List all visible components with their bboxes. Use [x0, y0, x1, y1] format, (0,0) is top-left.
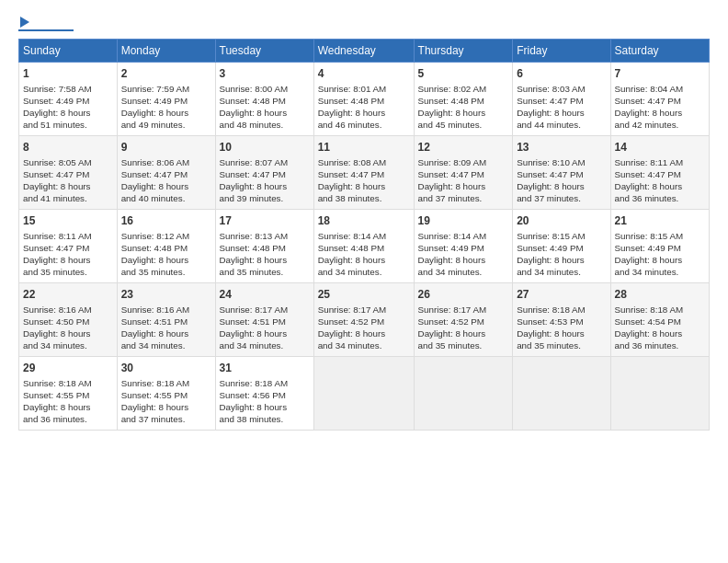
- day-info: Sunrise: 8:00 AMSunset: 4:48 PMDaylight:…: [220, 83, 310, 132]
- day-number: 7: [615, 66, 705, 82]
- calendar-header-thursday: Thursday: [414, 40, 513, 63]
- day-number: 25: [318, 287, 410, 303]
- calendar-cell-8: 8Sunrise: 8:05 AMSunset: 4:47 PMDaylight…: [19, 136, 118, 210]
- calendar-header-row: SundayMondayTuesdayWednesdayThursdayFrid…: [19, 40, 710, 63]
- day-number: 4: [318, 66, 410, 82]
- calendar-empty-cell: [610, 357, 709, 431]
- day-number: 8: [23, 140, 113, 155]
- day-number: 14: [615, 140, 705, 155]
- day-info: Sunrise: 8:18 AMSunset: 4:54 PMDaylight:…: [615, 304, 705, 352]
- calendar-cell-16: 16Sunrise: 8:12 AMSunset: 4:48 PMDayligh…: [117, 210, 215, 283]
- day-info: Sunrise: 8:03 AMSunset: 4:47 PMDaylight:…: [517, 83, 606, 132]
- calendar-header-sunday: Sunday: [19, 40, 118, 63]
- day-number: 19: [418, 213, 509, 229]
- calendar-cell-10: 10Sunrise: 8:07 AMSunset: 4:47 PMDayligh…: [215, 136, 313, 210]
- day-info: Sunrise: 8:07 AMSunset: 4:47 PMDaylight:…: [220, 156, 310, 205]
- calendar-row-5: 29Sunrise: 8:18 AMSunset: 4:55 PMDayligh…: [19, 357, 710, 431]
- calendar-cell-7: 7Sunrise: 8:04 AMSunset: 4:47 PMDaylight…: [610, 63, 709, 136]
- day-info: Sunrise: 8:09 AMSunset: 4:47 PMDaylight:…: [418, 156, 509, 205]
- calendar-cell-13: 13Sunrise: 8:10 AMSunset: 4:47 PMDayligh…: [513, 136, 610, 210]
- calendar-cell-6: 6Sunrise: 8:03 AMSunset: 4:47 PMDaylight…: [513, 63, 610, 136]
- calendar-empty-cell: [414, 357, 513, 431]
- day-info: Sunrise: 8:15 AMSunset: 4:49 PMDaylight:…: [615, 230, 705, 279]
- day-info: Sunrise: 8:14 AMSunset: 4:48 PMDaylight:…: [318, 230, 410, 279]
- day-number: 26: [418, 287, 509, 303]
- day-number: 2: [121, 66, 211, 82]
- day-number: 3: [220, 66, 310, 82]
- day-info: Sunrise: 8:11 AMSunset: 4:47 PMDaylight:…: [23, 230, 113, 279]
- day-number: 12: [418, 140, 509, 155]
- day-info: Sunrise: 8:02 AMSunset: 4:48 PMDaylight:…: [418, 83, 509, 132]
- calendar-cell-1: 1Sunrise: 7:58 AMSunset: 4:49 PMDaylight…: [19, 63, 118, 136]
- calendar-cell-21: 21Sunrise: 8:15 AMSunset: 4:49 PMDayligh…: [610, 210, 709, 283]
- day-info: Sunrise: 8:18 AMSunset: 4:55 PMDaylight:…: [23, 377, 113, 426]
- day-info: Sunrise: 8:18 AMSunset: 4:55 PMDaylight:…: [121, 377, 211, 426]
- calendar-cell-12: 12Sunrise: 8:09 AMSunset: 4:47 PMDayligh…: [414, 136, 513, 210]
- day-number: 20: [517, 213, 606, 229]
- calendar-cell-14: 14Sunrise: 8:11 AMSunset: 4:47 PMDayligh…: [610, 136, 709, 210]
- day-info: Sunrise: 7:59 AMSunset: 4:49 PMDaylight:…: [121, 83, 211, 132]
- day-info: Sunrise: 8:01 AMSunset: 4:48 PMDaylight:…: [318, 83, 410, 132]
- calendar-cell-30: 30Sunrise: 8:18 AMSunset: 4:55 PMDayligh…: [117, 357, 215, 431]
- day-info: Sunrise: 7:58 AMSunset: 4:49 PMDaylight:…: [23, 83, 113, 132]
- calendar-cell-9: 9Sunrise: 8:06 AMSunset: 4:47 PMDaylight…: [117, 136, 215, 210]
- page: SundayMondayTuesdayWednesdayThursdayFrid…: [0, 0, 728, 563]
- day-number: 13: [517, 140, 606, 155]
- day-info: Sunrise: 8:05 AMSunset: 4:47 PMDaylight:…: [23, 156, 113, 205]
- header: [18, 15, 710, 31]
- calendar-cell-28: 28Sunrise: 8:18 AMSunset: 4:54 PMDayligh…: [610, 283, 709, 357]
- day-number: 11: [318, 140, 410, 155]
- calendar-cell-15: 15Sunrise: 8:11 AMSunset: 4:47 PMDayligh…: [19, 210, 118, 283]
- calendar-cell-31: 31Sunrise: 8:18 AMSunset: 4:56 PMDayligh…: [215, 357, 313, 431]
- calendar-cell-22: 22Sunrise: 8:16 AMSunset: 4:50 PMDayligh…: [19, 283, 118, 357]
- calendar-header-friday: Friday: [513, 40, 610, 63]
- day-info: Sunrise: 8:11 AMSunset: 4:47 PMDaylight:…: [615, 156, 705, 205]
- logo-underline: [18, 29, 74, 31]
- calendar-cell-2: 2Sunrise: 7:59 AMSunset: 4:49 PMDaylight…: [117, 63, 215, 136]
- day-number: 15: [23, 213, 113, 229]
- day-number: 16: [121, 213, 211, 229]
- day-info: Sunrise: 8:04 AMSunset: 4:47 PMDaylight:…: [615, 83, 705, 132]
- day-info: Sunrise: 8:17 AMSunset: 4:51 PMDaylight:…: [220, 304, 310, 352]
- calendar-cell-3: 3Sunrise: 8:00 AMSunset: 4:48 PMDaylight…: [215, 63, 313, 136]
- calendar-empty-cell: [313, 357, 414, 431]
- day-number: 31: [220, 361, 310, 376]
- day-number: 22: [23, 287, 113, 303]
- calendar-cell-24: 24Sunrise: 8:17 AMSunset: 4:51 PMDayligh…: [215, 283, 313, 357]
- calendar-cell-23: 23Sunrise: 8:16 AMSunset: 4:51 PMDayligh…: [117, 283, 215, 357]
- day-number: 24: [220, 287, 310, 303]
- calendar-cell-27: 27Sunrise: 8:18 AMSunset: 4:53 PMDayligh…: [513, 283, 610, 357]
- calendar-cell-25: 25Sunrise: 8:17 AMSunset: 4:52 PMDayligh…: [313, 283, 414, 357]
- day-number: 23: [121, 287, 211, 303]
- logo: [18, 15, 74, 31]
- day-info: Sunrise: 8:16 AMSunset: 4:51 PMDaylight:…: [121, 304, 211, 352]
- day-number: 5: [418, 66, 509, 82]
- calendar-empty-cell: [513, 357, 610, 431]
- day-info: Sunrise: 8:16 AMSunset: 4:50 PMDaylight:…: [23, 304, 113, 352]
- calendar-row-1: 1Sunrise: 7:58 AMSunset: 4:49 PMDaylight…: [19, 63, 710, 136]
- calendar-cell-18: 18Sunrise: 8:14 AMSunset: 4:48 PMDayligh…: [313, 210, 414, 283]
- day-number: 6: [517, 66, 606, 82]
- calendar-cell-29: 29Sunrise: 8:18 AMSunset: 4:55 PMDayligh…: [19, 357, 118, 431]
- calendar-cell-4: 4Sunrise: 8:01 AMSunset: 4:48 PMDaylight…: [313, 63, 414, 136]
- day-info: Sunrise: 8:10 AMSunset: 4:47 PMDaylight:…: [517, 156, 606, 205]
- calendar-header-tuesday: Tuesday: [215, 40, 313, 63]
- calendar-cell-20: 20Sunrise: 8:15 AMSunset: 4:49 PMDayligh…: [513, 210, 610, 283]
- calendar-row-3: 15Sunrise: 8:11 AMSunset: 4:47 PMDayligh…: [19, 210, 710, 283]
- calendar-cell-26: 26Sunrise: 8:17 AMSunset: 4:52 PMDayligh…: [414, 283, 513, 357]
- day-info: Sunrise: 8:18 AMSunset: 4:53 PMDaylight:…: [517, 304, 606, 352]
- day-number: 30: [121, 361, 211, 376]
- day-number: 29: [23, 361, 113, 376]
- calendar-row-2: 8Sunrise: 8:05 AMSunset: 4:47 PMDaylight…: [19, 136, 710, 210]
- calendar-row-4: 22Sunrise: 8:16 AMSunset: 4:50 PMDayligh…: [19, 283, 710, 357]
- day-number: 18: [318, 213, 410, 229]
- day-number: 9: [121, 140, 211, 155]
- day-number: 10: [220, 140, 310, 155]
- day-info: Sunrise: 8:14 AMSunset: 4:49 PMDaylight:…: [418, 230, 509, 279]
- day-info: Sunrise: 8:15 AMSunset: 4:49 PMDaylight:…: [517, 230, 606, 279]
- calendar-header-saturday: Saturday: [610, 40, 709, 63]
- calendar-header-monday: Monday: [117, 40, 215, 63]
- calendar-cell-5: 5Sunrise: 8:02 AMSunset: 4:48 PMDaylight…: [414, 63, 513, 136]
- day-info: Sunrise: 8:17 AMSunset: 4:52 PMDaylight:…: [418, 304, 509, 352]
- day-info: Sunrise: 8:13 AMSunset: 4:48 PMDaylight:…: [220, 230, 310, 279]
